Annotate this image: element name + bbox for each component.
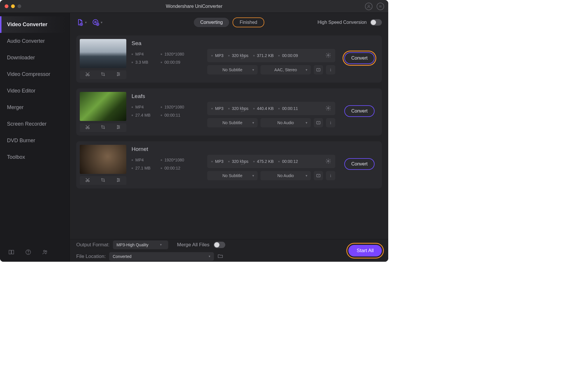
audio-select[interactable]: No Audio ▾: [260, 171, 311, 180]
file-name: Sea: [132, 40, 202, 47]
audio-select[interactable]: No Audio ▾: [260, 118, 311, 127]
file-location-select[interactable]: Converted ▾: [109, 252, 214, 261]
sidebar-item-video-converter[interactable]: Video Converter: [0, 16, 70, 33]
convert-button[interactable]: Convert: [344, 52, 375, 64]
sidebar-bottom: [0, 249, 70, 256]
crop-icon[interactable]: [100, 124, 106, 131]
effects-icon[interactable]: [116, 72, 121, 78]
sidebar-item-screen-recorder[interactable]: Screen Recorder: [0, 116, 70, 132]
info-icon[interactable]: i: [326, 118, 335, 127]
merge-label: Merge All Files: [177, 242, 209, 248]
src-size: 27.1 MB: [132, 166, 158, 170]
src-size: 3.3 MB: [132, 60, 158, 65]
sidebar-item-video-editor[interactable]: Video Editor: [0, 83, 70, 99]
community-icon[interactable]: [42, 249, 48, 256]
svg-point-0: [368, 5, 369, 6]
info-icon[interactable]: i: [326, 171, 335, 180]
maximize-window-icon[interactable]: [17, 4, 21, 8]
convert-button[interactable]: Convert: [344, 158, 375, 170]
source-meta: MP4 1920*1080 27.1 MB 00:00:12: [132, 158, 202, 170]
target-sub-row: No Subtitle ▾ AAC, Stereo ▾ i: [207, 65, 335, 74]
target-column: MP3 320 kbps 371.2 KB 00:00:09 No Subtit…: [207, 39, 335, 74]
svg-point-17: [118, 72, 118, 73]
audio-value: AAC, Stereo: [274, 67, 297, 72]
source-info: Sea MP4 1920*1080 3.3 MB 00:00:09: [132, 39, 202, 65]
settings-icon[interactable]: [325, 158, 331, 165]
svg-point-18: [119, 74, 120, 75]
tgt-size: 440.4 KB: [253, 106, 274, 111]
svg-point-7: [45, 251, 47, 252]
src-duration: 00:00:09: [161, 60, 198, 65]
chevron-down-icon: ▾: [209, 254, 210, 258]
preview-icon[interactable]: [314, 171, 323, 180]
video-thumbnail[interactable]: [80, 145, 126, 174]
tab-converting-label: Converting: [200, 20, 223, 25]
subtitle-select[interactable]: No Subtitle ▾: [207, 118, 258, 127]
video-thumbnail[interactable]: [80, 39, 126, 68]
sidebar-item-toolbox[interactable]: Toolbox: [0, 149, 70, 165]
preview-icon[interactable]: [314, 65, 323, 74]
crop-icon[interactable]: [100, 177, 106, 184]
chevron-down-icon: ▾: [160, 243, 162, 247]
file-row: Sea MP4 1920*1080 3.3 MB 00:00:09 MP3 32…: [76, 35, 382, 83]
sidebar-item-downloader[interactable]: Downloader: [0, 49, 70, 66]
subtitle-value: No Subtitle: [222, 120, 242, 125]
sidebar-item-dvd-burner[interactable]: DVD Burner: [0, 132, 70, 149]
high-speed-toggle[interactable]: [370, 19, 382, 26]
chevron-down-icon: ▾: [252, 174, 254, 178]
info-icon[interactable]: i: [326, 65, 335, 74]
effects-icon[interactable]: [116, 177, 121, 184]
crop-icon[interactable]: [100, 72, 106, 78]
svg-point-20: [328, 54, 329, 56]
subtitle-select[interactable]: No Subtitle ▾: [207, 65, 258, 74]
subtitle-select[interactable]: No Subtitle ▾: [207, 171, 258, 180]
sidebar-item-video-compressor[interactable]: Video Compressor: [0, 66, 70, 83]
menu-icon[interactable]: [377, 3, 384, 10]
tgt-duration: 00:00:11: [278, 106, 298, 111]
src-format: MP4: [132, 158, 158, 162]
sidebar-item-audio-converter[interactable]: Audio Converter: [0, 33, 70, 49]
convert-button[interactable]: Convert: [344, 105, 375, 117]
audio-select[interactable]: AAC, Stereo ▾: [260, 65, 311, 74]
swap-icon: [239, 107, 246, 115]
help-icon[interactable]: [25, 249, 31, 256]
src-format: MP4: [132, 105, 158, 109]
tab-finished-label: Finished: [240, 20, 257, 25]
add-disc-button[interactable]: ▾: [92, 19, 102, 26]
action-column: Convert: [341, 39, 378, 64]
minimize-window-icon[interactable]: [11, 4, 15, 8]
thumbnail-column: [80, 145, 126, 185]
trim-icon[interactable]: [85, 177, 90, 184]
titlebar-right: [365, 0, 384, 13]
swap-icon: [239, 54, 246, 62]
subtitle-value: No Subtitle: [222, 67, 242, 72]
account-icon[interactable]: [365, 3, 373, 10]
video-thumbnail[interactable]: [80, 92, 126, 121]
settings-icon[interactable]: [325, 52, 331, 59]
tab-converting[interactable]: Converting: [194, 18, 229, 27]
audio-value: No Audio: [277, 173, 294, 178]
topbar: ▾ ▾ Converting: [70, 13, 388, 32]
chevron-down-icon: ▾: [101, 20, 102, 24]
chevron-down-icon: ▾: [306, 121, 307, 125]
start-all-button[interactable]: Start All: [348, 245, 382, 256]
audio-value: No Audio: [277, 120, 294, 125]
trim-icon[interactable]: [85, 124, 90, 131]
effects-icon[interactable]: [116, 124, 121, 131]
open-folder-icon[interactable]: [217, 253, 223, 260]
output-format-select[interactable]: MP3-High Quality ▾: [113, 240, 168, 249]
thumbnail-column: [80, 39, 126, 79]
svg-point-38: [119, 180, 120, 181]
merge-toggle[interactable]: [214, 242, 225, 248]
chevron-down-icon: ▾: [306, 68, 307, 72]
preview-icon[interactable]: [314, 118, 323, 127]
thumb-tools: [80, 123, 126, 132]
sidebar-item-merger[interactable]: Merger: [0, 99, 70, 116]
tab-finished[interactable]: Finished: [233, 17, 264, 27]
trim-icon[interactable]: [85, 72, 90, 78]
settings-icon[interactable]: [325, 105, 331, 112]
close-window-icon[interactable]: [5, 4, 8, 8]
tutorial-icon[interactable]: [8, 249, 15, 256]
file-list: Sea MP4 1920*1080 3.3 MB 00:00:09 MP3 32…: [70, 32, 388, 239]
add-file-button[interactable]: ▾: [76, 19, 87, 26]
